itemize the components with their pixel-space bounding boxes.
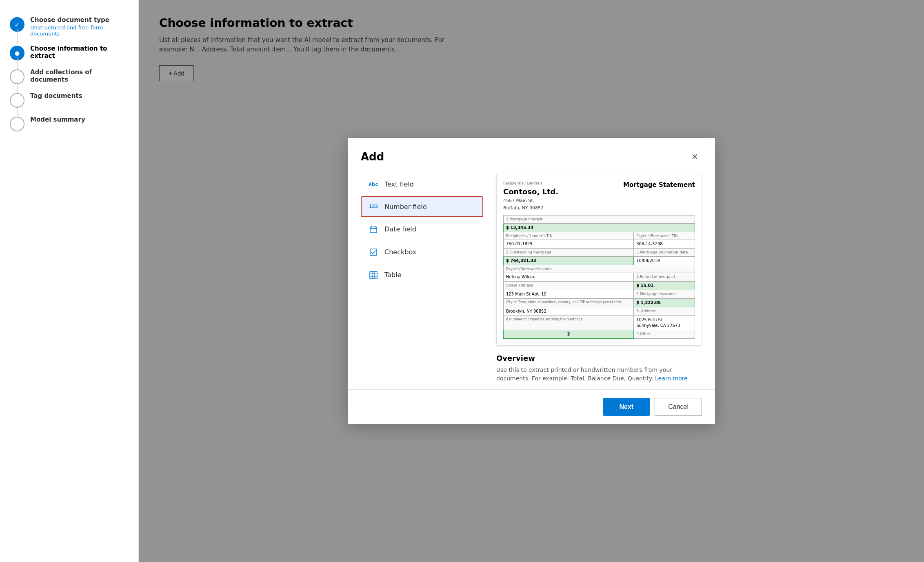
step-content-2: Choose information to extract — [30, 45, 129, 60]
date-icon — [368, 225, 379, 233]
sidebar-item-add-collections: Add collections of documents — [10, 64, 129, 88]
abc-icon: Abc — [368, 181, 379, 187]
close-icon: ✕ — [691, 152, 698, 162]
city-label: City or Town, state or province, country… — [504, 299, 634, 307]
checkbox-icon — [368, 248, 379, 256]
properties-label: 8.Number of properties securing the mort… — [504, 316, 634, 330]
other-label: 9.Other — [634, 330, 695, 339]
borrower-name-label: Payer's/Borrower's name — [504, 265, 695, 273]
outstanding-label: 2.Outstanding mortgage — [504, 249, 634, 257]
modal-overlay: Add ✕ Abc Text field — [139, 0, 924, 562]
refund-label: 4.Refund of overpaid — [634, 273, 695, 282]
insurance-label: 5.Mortgage insurance — [634, 290, 695, 299]
step-subtitle-1: Unstructured and free-form documents — [30, 24, 129, 37]
origination-value: 10/08/2019 — [634, 256, 695, 265]
learn-more-link[interactable]: Learn more — [655, 375, 688, 382]
step-icon-3 — [10, 69, 24, 84]
field-label-text: Text field — [384, 180, 414, 188]
sidebar: ✓ Choose document type Unstructured and … — [0, 0, 139, 562]
address6-label: 6. Address — [634, 307, 695, 316]
field-label-number: Number field — [384, 203, 427, 211]
step-title-1: Choose document type — [30, 16, 129, 24]
step-icon-4 — [10, 93, 24, 108]
step-content-5: Model summary — [30, 116, 85, 123]
address1: 4567 Main St. — [503, 198, 558, 204]
main-content: Choose information to extract List all p… — [139, 0, 924, 562]
doc-header: Recipient's / Lender's Contoso, Ltd. 456… — [503, 181, 695, 211]
mortgage-interest-label: 1.Mortgage interest — [504, 215, 695, 224]
svg-rect-5 — [370, 271, 377, 279]
modal-footer: Next Cancel — [348, 389, 715, 424]
step-title-5: Model summary — [30, 116, 85, 123]
borrower-name-value: Helena Wilcox — [504, 273, 634, 282]
modal-close-button[interactable]: ✕ — [687, 149, 702, 164]
field-item-checkbox[interactable]: Checkbox — [361, 242, 483, 263]
step-content-4: Tag documents — [30, 92, 82, 100]
step-content-3: Add collections of documents — [30, 69, 129, 83]
preview-document: Recipient's / Lender's Contoso, Ltd. 456… — [496, 174, 702, 346]
doc-table: 1.Mortgage interest $ 13,345.34 Recipien… — [503, 215, 695, 339]
step-title-3: Add collections of documents — [30, 69, 129, 83]
next-button[interactable]: Next — [603, 398, 650, 416]
modal-body: Abc Text field 123 Number field — [348, 171, 715, 383]
mortgage-interest-value: $ 13,345.34 — [504, 223, 695, 232]
insurance-value: $ 1,222.05 — [634, 299, 695, 307]
field-item-table[interactable]: Table — [361, 264, 483, 286]
street-value: 123 Main St Apt. 10 — [504, 290, 634, 299]
tin-label: Recipient's / Lender's TIN — [504, 232, 634, 240]
sidebar-item-tag-docs: Tag documents — [10, 88, 129, 112]
sidebar-item-choose-info[interactable]: ● Choose information to extract — [10, 41, 129, 64]
number-icon: 123 — [368, 204, 379, 209]
step-icon-5 — [10, 117, 24, 131]
company-name: Contoso, Ltd. — [503, 187, 558, 197]
step-content-1: Choose document type Unstructured and fr… — [30, 16, 129, 37]
field-item-number[interactable]: 123 Number field — [361, 196, 483, 217]
step-title-2: Choose information to extract — [30, 45, 129, 60]
step-title-4: Tag documents — [30, 92, 82, 100]
sidebar-item-choose-doc[interactable]: ✓ Choose document type Unstructured and … — [10, 12, 129, 41]
table-icon — [368, 271, 379, 279]
modal: Add ✕ Abc Text field — [348, 138, 715, 424]
field-label-table: Table — [384, 271, 401, 279]
city-value: Brooklyn, NY 90852 — [504, 307, 634, 316]
doc-title: Mortgage Statement — [623, 181, 695, 211]
field-preview: Recipient's / Lender's Contoso, Ltd. 456… — [496, 171, 702, 383]
refund-value: $ 15.01 — [634, 282, 695, 290]
svg-rect-0 — [370, 227, 377, 233]
step-icon-2: ● — [10, 46, 24, 60]
doc-header-left: Recipient's / Lender's Contoso, Ltd. 456… — [503, 181, 558, 211]
recipient-label: Recipient's / Lender's — [503, 181, 558, 186]
tin-value: 750-01-1829 — [504, 240, 634, 249]
overview-description: Use this to extract printed or handwritt… — [496, 366, 702, 383]
borrower-tin-value: 306-14-5298 — [634, 240, 695, 249]
overview-section: Overview Use this to extract printed or … — [496, 352, 702, 383]
address6-value: 1025 Fifth St.Sunnyvale, CA 27673 — [634, 316, 695, 330]
cancel-button[interactable]: Cancel — [655, 398, 702, 416]
modal-header: Add ✕ — [348, 138, 715, 171]
borrower-tin-label: Payer's/Borrower's TIN — [634, 232, 695, 240]
field-label-date: Date field — [384, 225, 416, 233]
outstanding-value: $ 764,321.33 — [504, 256, 634, 265]
properties-value: 2 — [504, 330, 634, 339]
field-list: Abc Text field 123 Number field — [361, 171, 483, 383]
overview-title: Overview — [496, 354, 702, 362]
sidebar-item-model-summary: Model summary — [10, 112, 129, 136]
step-icon-1: ✓ — [10, 17, 24, 32]
field-item-text[interactable]: Abc Text field — [361, 174, 483, 195]
svg-rect-4 — [370, 249, 377, 255]
address2: Buffalo, NY 90852 — [503, 205, 558, 211]
field-label-checkbox: Checkbox — [384, 248, 416, 256]
street-label: Street address — [504, 282, 634, 290]
modal-title: Add — [361, 151, 384, 163]
field-item-date[interactable]: Date field — [361, 219, 483, 240]
origination-label: 3.Mortgage origination date — [634, 249, 695, 257]
